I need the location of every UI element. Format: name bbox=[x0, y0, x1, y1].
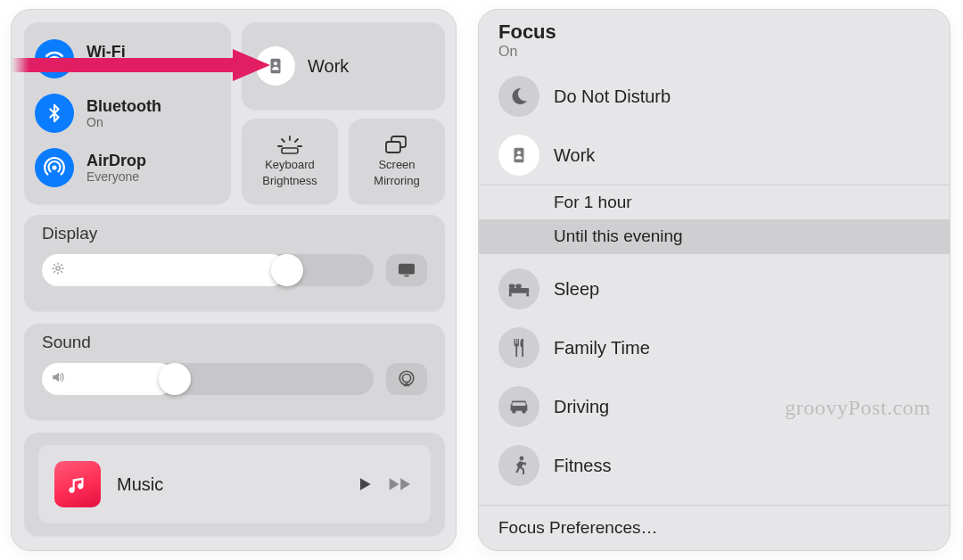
focus-option-one-hour[interactable]: For 1 hour bbox=[479, 185, 950, 219]
svg-rect-27 bbox=[514, 148, 524, 163]
svg-rect-24 bbox=[404, 275, 408, 276]
display-brightness-slider[interactable] bbox=[42, 254, 374, 286]
svg-rect-36 bbox=[513, 402, 526, 406]
svg-rect-13 bbox=[386, 142, 400, 152]
focus-work-icon bbox=[256, 46, 295, 86]
focus-mode-label: Sleep bbox=[554, 279, 599, 300]
focus-header: Focus On bbox=[479, 10, 950, 62]
svg-point-35 bbox=[522, 409, 525, 413]
screen-mirroring-label-1: Screen bbox=[378, 159, 415, 171]
focus-mode-label: Do Not Disturb bbox=[554, 86, 671, 107]
svg-line-20 bbox=[61, 271, 62, 272]
svg-line-19 bbox=[54, 265, 55, 266]
svg-line-7 bbox=[282, 139, 284, 142]
svg-line-8 bbox=[295, 139, 298, 142]
focus-subtitle: On bbox=[498, 44, 930, 60]
bluetooth-subtitle: On bbox=[86, 115, 161, 129]
keyboard-brightness-icon bbox=[276, 136, 303, 155]
now-playing-title: Music bbox=[117, 474, 340, 495]
moon-icon bbox=[498, 76, 539, 117]
svg-point-5 bbox=[274, 62, 277, 65]
svg-line-22 bbox=[61, 265, 62, 266]
display-module: Display bbox=[24, 215, 445, 311]
svg-point-26 bbox=[402, 375, 410, 383]
keyboard-brightness-label-2: Brightness bbox=[262, 175, 317, 187]
play-button[interactable] bbox=[356, 474, 374, 494]
focus-tile[interactable]: Work bbox=[242, 22, 445, 110]
svg-line-21 bbox=[54, 271, 55, 272]
svg-point-37 bbox=[520, 457, 524, 461]
wifi-text: Wi-Fi lion-luma bbox=[86, 43, 137, 75]
svg-rect-4 bbox=[271, 59, 281, 74]
display-icon bbox=[397, 262, 416, 278]
focus-mode-driving[interactable]: Driving bbox=[479, 377, 950, 436]
screen-mirroring-label-2: Mirroring bbox=[374, 175, 419, 187]
airdrop-icon bbox=[35, 148, 74, 187]
keyboard-brightness-tile[interactable]: Keyboard Brightness bbox=[242, 119, 338, 204]
now-playing-module: Music bbox=[24, 432, 445, 536]
wifi-toggle[interactable]: Wi-Fi lion-luma bbox=[35, 39, 220, 78]
focus-tile-label: Work bbox=[308, 56, 349, 77]
bluetooth-text: Bluetooth On bbox=[86, 97, 161, 129]
focus-modes-list: Do Not Disturb Work For 1 hour Until thi… bbox=[479, 62, 950, 505]
sound-volume-slider[interactable] bbox=[42, 363, 374, 395]
svg-rect-23 bbox=[399, 264, 415, 275]
svg-rect-30 bbox=[509, 284, 515, 288]
bluetooth-title: Bluetooth bbox=[86, 97, 161, 116]
airdrop-text: AirDrop Everyone bbox=[86, 152, 146, 184]
airdrop-title: AirDrop bbox=[86, 152, 146, 170]
svg-point-2 bbox=[54, 64, 56, 67]
badge-icon bbox=[498, 135, 539, 176]
brightness-low-icon bbox=[51, 261, 65, 279]
next-track-button[interactable] bbox=[388, 474, 415, 494]
volume-low-icon bbox=[51, 370, 67, 388]
focus-preferences-link[interactable]: Focus Preferences… bbox=[479, 505, 950, 550]
focus-mode-do-not-disturb[interactable]: Do Not Disturb bbox=[479, 67, 950, 126]
focus-mode-work[interactable]: Work bbox=[479, 126, 950, 185]
svg-point-28 bbox=[517, 151, 521, 154]
focus-popover: Focus On Do Not Disturb Work For 1 bbox=[478, 9, 951, 551]
focus-option-until-evening[interactable]: Until this evening bbox=[479, 219, 950, 253]
connectivity-module: Wi-Fi lion-luma Bluetooth On bbox=[24, 22, 231, 204]
wifi-icon bbox=[35, 39, 74, 78]
screen-mirroring-icon bbox=[383, 136, 410, 155]
display-options-button[interactable] bbox=[386, 254, 427, 286]
music-app-icon bbox=[54, 461, 101, 507]
keyboard-brightness-label-1: Keyboard bbox=[265, 159, 315, 171]
display-title: Display bbox=[42, 224, 427, 243]
screen-mirroring-tile[interactable]: Screen Mirroring bbox=[349, 119, 445, 204]
bluetooth-toggle[interactable]: Bluetooth On bbox=[35, 94, 220, 133]
svg-point-3 bbox=[52, 166, 56, 170]
svg-rect-31 bbox=[515, 284, 522, 288]
sound-module: Sound bbox=[24, 324, 445, 420]
bluetooth-icon bbox=[35, 94, 74, 133]
focus-mode-fitness[interactable]: Fitness bbox=[479, 436, 950, 495]
airplay-audio-icon bbox=[397, 369, 416, 389]
running-icon bbox=[498, 445, 539, 486]
focus-mode-label: Driving bbox=[554, 397, 609, 417]
svg-rect-11 bbox=[282, 148, 298, 153]
focus-work-duration-options: For 1 hour Until this evening bbox=[479, 185, 950, 254]
wifi-title: Wi-Fi bbox=[86, 43, 137, 62]
svg-rect-32 bbox=[509, 293, 512, 297]
focus-mode-sleep[interactable]: Sleep bbox=[479, 259, 950, 318]
bed-icon bbox=[498, 268, 539, 309]
focus-title: Focus bbox=[498, 21, 930, 44]
focus-mode-label: Family Time bbox=[554, 338, 650, 358]
airdrop-toggle[interactable]: AirDrop Everyone bbox=[35, 148, 220, 187]
svg-rect-29 bbox=[509, 288, 529, 293]
svg-point-14 bbox=[56, 267, 60, 270]
fork-knife-icon bbox=[498, 327, 539, 368]
now-playing-row[interactable]: Music bbox=[38, 445, 431, 523]
car-icon bbox=[498, 386, 539, 427]
focus-mode-label: Fitness bbox=[554, 456, 611, 476]
control-center-panel: Wi-Fi lion-luma Bluetooth On bbox=[11, 9, 457, 551]
sound-output-button[interactable] bbox=[386, 363, 427, 395]
svg-rect-33 bbox=[526, 293, 529, 297]
svg-point-34 bbox=[512, 409, 515, 413]
focus-mode-family-time[interactable]: Family Time bbox=[479, 318, 950, 377]
wifi-subtitle: lion-luma bbox=[86, 61, 137, 75]
focus-mode-label: Work bbox=[554, 145, 595, 166]
airdrop-subtitle: Everyone bbox=[86, 169, 146, 184]
sound-title: Sound bbox=[42, 333, 427, 352]
